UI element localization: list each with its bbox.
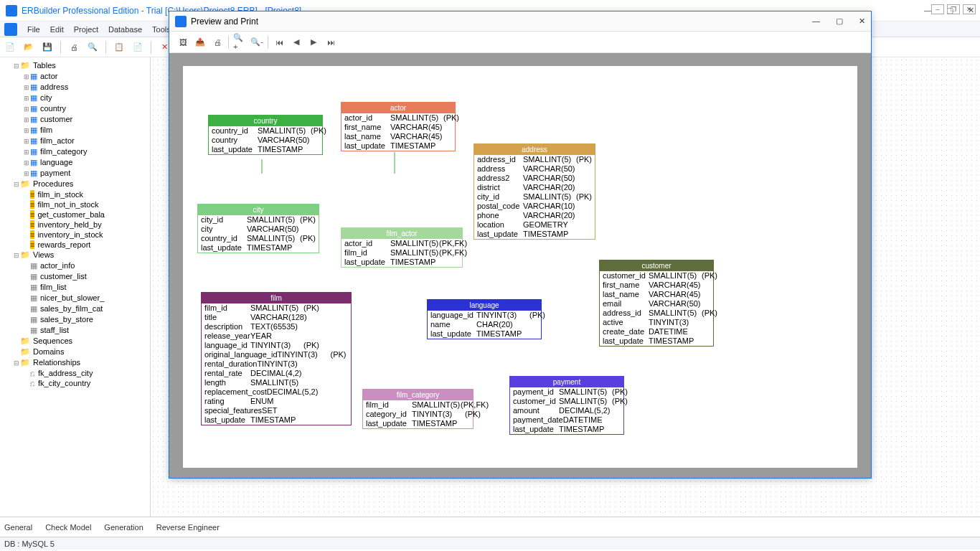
tree-item-sales_by_film_cat[interactable]: sales_by_film_cat: [0, 303, 150, 314]
preview-close-icon[interactable]: ✕: [859, 17, 865, 26]
tab-general[interactable]: General: [4, 523, 32, 532]
new-icon[interactable]: 📄: [4, 42, 16, 53]
mdi-window-controls: – ❐ ✕: [931, 4, 976, 14]
entity-actor[interactable]: actoractor_idSMALLINT(5)(PK)first_nameVA…: [341, 102, 456, 151]
menu-file[interactable]: File: [27, 25, 40, 34]
object-tree[interactable]: ⊟Tables⊞actor⊞address⊞city⊞country⊞custo…: [0, 57, 151, 517]
tree-item-relationships[interactable]: ⊟Relationships: [0, 357, 150, 368]
tree-item-payment[interactable]: ⊞payment: [0, 168, 150, 179]
entity-column: city_idSMALLINT(5)(PK): [198, 215, 319, 225]
entity-column: film_idSMALLINT(5)(PK,FK): [341, 248, 462, 258]
mdi-restore-icon[interactable]: ❐: [947, 4, 960, 14]
tree-item-domains[interactable]: Domains: [0, 347, 150, 357]
tree-item-film[interactable]: ⊞film: [0, 125, 150, 136]
mdi-close-icon[interactable]: ✕: [963, 4, 976, 14]
preview-title-bar[interactable]: Preview and Print — ▢ ✕: [169, 11, 871, 32]
print-icon[interactable]: 🖨: [211, 36, 224, 49]
prev-page-icon[interactable]: ◀: [290, 36, 303, 49]
tab-reverse-engineer[interactable]: Reverse Engineer: [156, 523, 220, 532]
entity-column: first_nameVARCHAR(45): [341, 123, 455, 132]
tree-item-sequences[interactable]: Sequences: [0, 336, 150, 347]
tree-item-inventory_in_stock[interactable]: inventory_in_stock: [0, 230, 150, 240]
menu-edit[interactable]: Edit: [50, 25, 64, 34]
preview-window[interactable]: Preview and Print — ▢ ✕ 🖼 📤 🖨 🔍+ 🔍- ⏮ ◀ …: [169, 11, 872, 479]
tree-item-film_in_stock[interactable]: film_in_stock: [0, 189, 150, 199]
entity-column: city_idSMALLINT(5)(PK): [474, 192, 595, 202]
tree-item-nicer_but_slower_[interactable]: nicer_but_slower_: [0, 293, 150, 303]
entity-payment[interactable]: paymentpayment_idSMALLINT(5)(PK)customer…: [509, 376, 624, 435]
status-bar: DB : MySQL 5: [0, 537, 980, 550]
print-icon[interactable]: 🖨: [68, 42, 80, 53]
entity-column: districtVARCHAR(20): [474, 183, 595, 192]
entity-column: last_updateTIMESTAMP: [341, 258, 462, 267]
entity-address[interactable]: addressaddress_idSMALLINT(5)(PK)addressV…: [473, 143, 595, 240]
tree-item-inventory_held_by[interactable]: inventory_held_by: [0, 220, 150, 230]
tree-item-actor_info[interactable]: actor_info: [0, 260, 150, 271]
entity-column: titleVARCHAR(128): [202, 313, 351, 322]
entity-language[interactable]: languagelanguage_idTINYINT(3)(PK)nameCHA…: [427, 299, 542, 339]
tree-item-fk_address_city[interactable]: fk_address_city: [0, 368, 150, 378]
entity-header: actor: [341, 103, 455, 113]
entity-header: address: [474, 144, 595, 155]
next-page-icon[interactable]: ▶: [307, 36, 320, 49]
tree-item-staff_list[interactable]: staff_list: [0, 325, 150, 336]
entity-film[interactable]: filmfilm_idSMALLINT(5)(PK)titleVARCHAR(1…: [201, 292, 352, 425]
tree-item-actor[interactable]: ⊞actor: [0, 71, 150, 82]
tree-item-address[interactable]: ⊞address: [0, 82, 150, 93]
entity-customer[interactable]: customercustomer_idSMALLINT(5)(PK)first_…: [599, 260, 714, 347]
menu-project[interactable]: Project: [74, 25, 98, 34]
tree-item-sales_by_store[interactable]: sales_by_store: [0, 314, 150, 325]
mdi-minimize-icon[interactable]: –: [931, 4, 944, 14]
tree-item-country[interactable]: ⊞country: [0, 103, 150, 114]
zoom-in-icon[interactable]: 🔍+: [233, 36, 246, 49]
preview-maximize-icon[interactable]: ▢: [836, 17, 843, 26]
entity-column: last_nameVARCHAR(45): [341, 132, 455, 141]
tree-item-customer_list[interactable]: customer_list: [0, 271, 150, 282]
image-icon[interactable]: 🖼: [176, 36, 189, 49]
tree-item-city[interactable]: ⊞city: [0, 93, 150, 103]
entity-column: last_nameVARCHAR(45): [600, 290, 713, 299]
entity-city[interactable]: citycity_idSMALLINT(5)(PK)cityVARCHAR(50…: [197, 204, 319, 253]
entity-country[interactable]: countrycountry_idSMALLINT(5)(PK)countryV…: [208, 115, 323, 155]
preview-icon[interactable]: 🔍: [87, 42, 98, 53]
menu-database[interactable]: Database: [108, 25, 142, 34]
entity-column: postal_codeVARCHAR(10): [474, 202, 595, 211]
entity-header: language: [428, 300, 541, 311]
tree-item-rewards_report[interactable]: rewards_report: [0, 240, 150, 250]
tree-item-views[interactable]: ⊟Views: [0, 250, 150, 260]
entity-header: film_category: [363, 390, 473, 400]
tree-item-procedures[interactable]: ⊟Procedures: [0, 179, 150, 189]
tree-item-film_category[interactable]: ⊞film_category: [0, 146, 150, 157]
entity-column: first_nameVARCHAR(45): [600, 281, 713, 290]
entity-column: last_updateTIMESTAMP: [363, 419, 473, 428]
zoom-out-icon[interactable]: 🔍-: [250, 36, 263, 49]
entity-film_actor[interactable]: film_actoractor_idSMALLINT(5)(PK,FK)film…: [341, 227, 463, 268]
tree-item-fk_city_country[interactable]: fk_city_country: [0, 378, 150, 388]
tab-check-model[interactable]: Check Model: [45, 523, 91, 532]
tree-item-tables[interactable]: ⊟Tables: [0, 60, 150, 71]
entity-column: last_updateTIMESTAMP: [600, 336, 713, 346]
tree-item-film_actor[interactable]: ⊞film_actor: [0, 136, 150, 146]
entity-header: film_actor: [341, 228, 462, 239]
open-icon[interactable]: 📂: [23, 42, 34, 53]
menu-tools[interactable]: Tools: [152, 25, 171, 34]
entity-film_category[interactable]: film_categoryfilm_idSMALLINT(5)(PK,FK)ca…: [362, 389, 473, 429]
preview-minimize-icon[interactable]: —: [812, 17, 820, 26]
preview-canvas: countrycountry_idSMALLINT(5)(PK)countryV…: [169, 53, 871, 478]
export-icon[interactable]: 📤: [194, 36, 207, 49]
tab-generation[interactable]: Generation: [104, 523, 143, 532]
separator: [228, 36, 229, 49]
paste-icon[interactable]: 📄: [132, 42, 143, 53]
last-page-icon[interactable]: ⏭: [324, 36, 337, 49]
entity-column: payment_dateDATETIME: [510, 415, 623, 425]
first-page-icon[interactable]: ⏮: [273, 36, 286, 49]
tree-item-film_not_in_stock[interactable]: film_not_in_stock: [0, 199, 150, 209]
copy-icon[interactable]: 📋: [113, 42, 125, 53]
tree-item-language[interactable]: ⊞language: [0, 157, 150, 168]
save-icon[interactable]: 💾: [42, 42, 53, 53]
entity-header: payment: [510, 377, 623, 387]
entity-column: film_idSMALLINT(5)(PK): [202, 303, 351, 313]
tree-item-get_customer_bala[interactable]: get_customer_bala: [0, 209, 150, 220]
tree-item-film_list[interactable]: film_list: [0, 282, 150, 293]
tree-item-customer[interactable]: ⊞customer: [0, 114, 150, 125]
